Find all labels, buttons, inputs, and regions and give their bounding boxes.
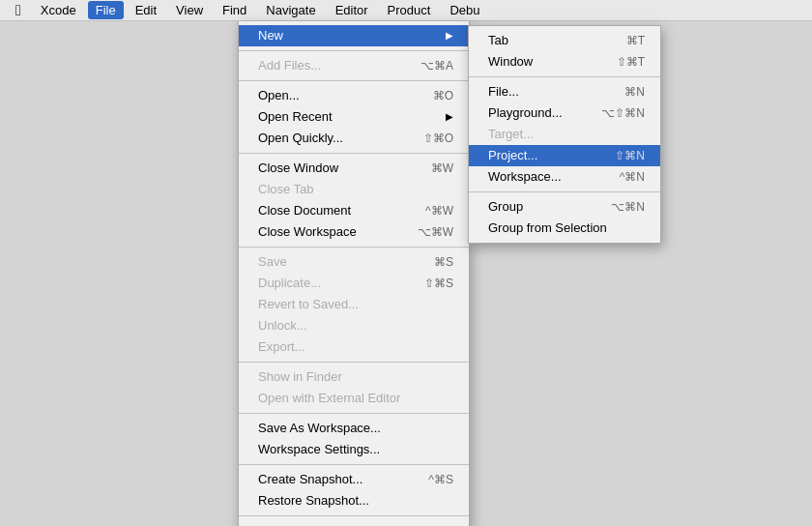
menu-item-save-workspace[interactable]: Save As Workspace... [239,418,469,439]
submenu-item-file[interactable]: File... ⌘N [469,81,660,102]
menubar-navigate[interactable]: Navigate [258,1,323,19]
submenu-item-workspace[interactable]: Workspace... ^⌘N [469,166,660,188]
submenu-item-target[interactable]: Target... [469,124,660,145]
menu-item-revert[interactable]: Revert to Saved... [239,294,469,315]
menu-item-close-window[interactable]: Close Window ⌘W [239,158,469,179]
menu-item-unlock[interactable]: Unlock... [239,315,469,336]
submenu-item-playground[interactable]: Playground... ⌥⇧⌘N [469,102,660,124]
menu-item-workspace-settings[interactable]: Workspace Settings... [239,439,469,460]
menubar-edit[interactable]: Edit [128,1,164,19]
menu-item-add-files[interactable]: Add Files... ⌥⌘A [239,55,469,76]
menu-item-export[interactable]: Export... [239,336,469,358]
submenu-item-window[interactable]: Window ⇧⌘T [469,51,660,73]
menu-separator-2 [239,80,469,81]
submenu-separator-1 [469,76,660,77]
menubar-file[interactable]: File [88,1,124,19]
menu-item-open[interactable]: Open... ⌘O [239,85,469,106]
menu-item-page-setup[interactable]: Page Setup... ⇧⌘P [239,520,469,526]
submenu-separator-2 [469,191,660,192]
menubar-product[interactable]: Product [380,1,439,19]
menubar:  Xcode File Edit View Find Navigate Edi… [0,0,812,21]
menubar-view[interactable]: View [168,1,211,19]
apple-menu-icon[interactable]:  [8,2,29,19]
menu-item-restore-snapshot[interactable]: Restore Snapshot... [239,490,469,511]
menu-item-close-tab[interactable]: Close Tab [239,179,469,200]
menu-separator-8 [239,515,469,516]
menu-separator-6 [239,413,469,414]
menubar-xcode[interactable]: Xcode [33,1,84,19]
submenu-arrow-icon: ▶ [446,27,453,44]
menu-item-close-workspace[interactable]: Close Workspace ⌥⌘W [239,221,469,243]
menu-separator-4 [239,247,469,248]
open-recent-arrow-icon: ▶ [446,108,453,126]
menubar-debug[interactable]: Debu [442,1,487,19]
menu-item-duplicate[interactable]: Duplicate... ⇧⌘S [239,273,469,294]
menu-separator-1 [239,50,469,51]
menu-item-open-recent[interactable]: Open Recent ▶ [239,106,469,128]
new-submenu: Tab ⌘T Window ⇧⌘T File... ⌘N Playground.… [468,25,661,244]
menu-item-close-document[interactable]: Close Document ^⌘W [239,200,469,221]
menu-item-open-external-editor[interactable]: Open with External Editor [239,388,469,409]
menu-separator-3 [239,153,469,154]
menu-item-show-finder[interactable]: Show in Finder [239,366,469,388]
menu-separator-7 [239,464,469,465]
menu-item-save[interactable]: Save ⌘S [239,251,469,273]
menu-separator-5 [239,362,469,363]
file-menu-dropdown: New ▶ Add Files... ⌥⌘A Open... ⌘O Open R… [238,21,470,526]
menu-item-open-quickly[interactable]: Open Quickly... ⇧⌘O [239,128,469,149]
submenu-item-group[interactable]: Group ⌥⌘N [469,196,660,218]
submenu-item-tab[interactable]: Tab ⌘T [469,30,660,51]
menu-item-new[interactable]: New ▶ [239,25,469,46]
menu-item-create-snapshot[interactable]: Create Snapshot... ^⌘S [239,469,469,490]
menubar-editor[interactable]: Editor [328,1,376,19]
submenu-item-group-from-selection[interactable]: Group from Selection [469,218,660,239]
submenu-item-project[interactable]: Project... ⇧⌘N [469,145,660,166]
menubar-find[interactable]: Find [215,1,254,19]
